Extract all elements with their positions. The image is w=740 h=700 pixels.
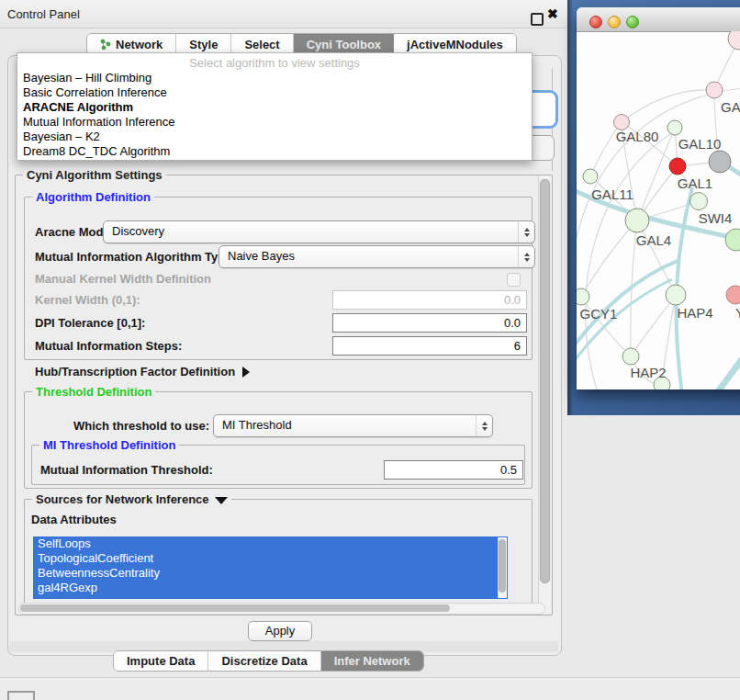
mi-steps-input[interactable]: 6 — [332, 336, 527, 356]
close-traffic-light-icon[interactable] — [589, 16, 602, 28]
tab-infer-network[interactable]: Infer Network — [321, 651, 423, 671]
which-threshold-label: Which threshold to use: — [73, 419, 209, 433]
floating-panel-stub[interactable] — [7, 691, 35, 700]
group-title: Cyni Algorithm Settings — [23, 168, 166, 182]
network-node[interactable] — [690, 193, 708, 210]
tab-style[interactable]: Style — [176, 34, 231, 54]
network-node[interactable] — [725, 229, 740, 251]
attribute-list-item[interactable]: BetweennessCentrality — [33, 566, 508, 581]
node-label: GAL10 — [678, 136, 722, 152]
tab-label: Network — [116, 38, 163, 51]
tab-label: Cyni Toolbox — [307, 38, 381, 51]
network-node[interactable] — [577, 288, 589, 305]
network-node[interactable] — [614, 115, 630, 130]
tab-label: Style — [189, 38, 218, 51]
node-label: GCY1 — [580, 306, 618, 322]
aracne-mode-select[interactable]: Discovery — [103, 220, 535, 243]
network-node[interactable] — [583, 169, 598, 184]
network-node[interactable] — [709, 151, 731, 173]
network-view-window[interactable]: GALGAL80GAL10GAL1GAL11SWI4GAL4GCY1HAP4YH… — [577, 7, 740, 390]
control-panel: Control Panel ✖ Network Style Select Cyn… — [0, 0, 567, 700]
attributes-scrollbar-thumb[interactable] — [499, 539, 506, 593]
aracne-mode-value: Discovery — [112, 224, 164, 238]
mi-type-value: Naive Bayes — [228, 249, 295, 263]
panel-shadow — [567, 0, 573, 415]
network-edge[interactable] — [631, 295, 676, 356]
network-node[interactable] — [666, 285, 686, 305]
node-label: SWI4 — [699, 210, 733, 226]
sources-expander[interactable]: Sources for Network Inference — [32, 492, 231, 506]
control-panel-titlebar: Control Panel ✖ — [0, 0, 567, 28]
minimize-traffic-light-icon[interactable] — [608, 16, 621, 28]
attribute-list-item[interactable]: gal4RGexp — [33, 581, 508, 595]
settings-vscrollbar-thumb[interactable] — [540, 179, 550, 583]
network-edge[interactable] — [581, 220, 637, 297]
stepper-arrows-icon — [518, 246, 534, 267]
dpi-tolerance-label: DPI Tolerance [0,1]: — [35, 316, 145, 330]
which-threshold-select[interactable]: MI Threshold — [213, 414, 493, 437]
network-node[interactable] — [706, 82, 723, 98]
manual-kernel-checkbox[interactable] — [507, 273, 521, 287]
mi-threshold-input[interactable]: 0.5 — [384, 460, 523, 480]
dropdown-prompt: Select algorithm to view settings — [17, 56, 532, 70]
stepper-arrows-icon — [518, 221, 534, 243]
float-window-icon[interactable] — [531, 13, 544, 26]
tab-label: jActiveMNodules — [407, 38, 503, 51]
network-node[interactable] — [667, 120, 682, 135]
network-node[interactable] — [622, 348, 639, 365]
node-label: GAL1 — [678, 175, 712, 191]
network-window-titlebar[interactable] — [577, 7, 740, 32]
network-node[interactable] — [728, 31, 740, 50]
hub-definition-expander[interactable]: Hub/Transcription Factor Definition — [35, 365, 250, 378]
stepper-arrows-icon — [476, 415, 492, 436]
tab-label: Infer Network — [334, 654, 410, 668]
zoom-traffic-light-icon[interactable] — [626, 16, 639, 28]
tab-impute-data[interactable]: Impute Data — [114, 651, 208, 671]
algorithm-option[interactable]: Bayesian – Hill Climbing — [23, 71, 526, 85]
node-label: GAL4 — [636, 232, 671, 248]
network-edge[interactable] — [622, 90, 714, 122]
network-canvas[interactable]: GALGAL80GAL10GAL1GAL11SWI4GAL4GCY1HAP4YH… — [577, 31, 740, 390]
network-node[interactable] — [625, 209, 649, 232]
tab-network[interactable]: Network — [87, 34, 176, 54]
network-edge[interactable] — [577, 261, 678, 348]
kernel-width-input[interactable]: 0.0 — [332, 290, 527, 310]
tab-discretize-data[interactable]: Discretize Data — [208, 651, 320, 671]
algorithm-option[interactable]: Bayesian – K2 — [23, 130, 526, 144]
algorithm-option[interactable]: Dream8 DC_TDC Algorithm — [23, 144, 526, 159]
panel-title: Control Panel — [7, 7, 80, 21]
tab-label: Discretize Data — [221, 654, 307, 668]
mi-steps-label: Mutual Information Steps: — [35, 339, 182, 353]
cyni-bottom-tabs: Impute Data Discretize Data Infer Networ… — [113, 650, 424, 672]
algorithm-option[interactable]: Mutual Information Inference — [23, 115, 526, 130]
data-attributes-list[interactable]: SelfLoopsTopologicalCoefficientBetweenne… — [33, 536, 508, 599]
node-label: GAL11 — [591, 186, 633, 202]
network-icon — [100, 39, 111, 50]
dpi-tolerance-input[interactable]: 0.0 — [332, 313, 527, 333]
algorithm-option[interactable]: Basic Correlation Inference — [23, 85, 526, 100]
mi-algorithm-type-select[interactable]: Naive Bayes — [219, 245, 535, 268]
group-title: MI Threshold Definition — [39, 438, 179, 452]
network-node[interactable] — [726, 286, 740, 304]
tab-select[interactable]: Select — [231, 34, 293, 54]
network-edge[interactable] — [712, 340, 740, 390]
settings-hscrollbar-thumb[interactable] — [20, 604, 450, 612]
window-bottom-area — [0, 678, 740, 700]
kernel-width-label: Kernel Width (0,1): — [35, 293, 140, 307]
tab-jactivemnodules[interactable]: jActiveMNodules — [394, 34, 516, 54]
data-attributes-label: Data Attributes — [31, 513, 117, 526]
attribute-list-item[interactable]: TopologicalCoefficient — [33, 551, 508, 566]
manual-kernel-label: Manual Kernel Width Definition — [35, 272, 211, 286]
algorithm-option[interactable]: ARACNE Algorithm — [23, 100, 526, 115]
tab-label: Select — [244, 38, 279, 51]
apply-button[interactable]: Apply — [248, 621, 312, 641]
network-node[interactable] — [669, 158, 686, 175]
attribute-list-item[interactable]: SelfLoops — [33, 536, 508, 551]
collapse-arrow-icon — [215, 497, 228, 504]
tab-cyni-toolbox[interactable]: Cyni Toolbox — [294, 34, 394, 54]
node-label: HAP2 — [630, 365, 666, 380]
expander-arrow-icon — [242, 367, 250, 378]
close-icon[interactable]: ✖ — [547, 6, 558, 21]
app-root: { "control_panel": { "title": "Control P… — [0, 0, 740, 700]
which-threshold-value: MI Threshold — [222, 418, 292, 432]
